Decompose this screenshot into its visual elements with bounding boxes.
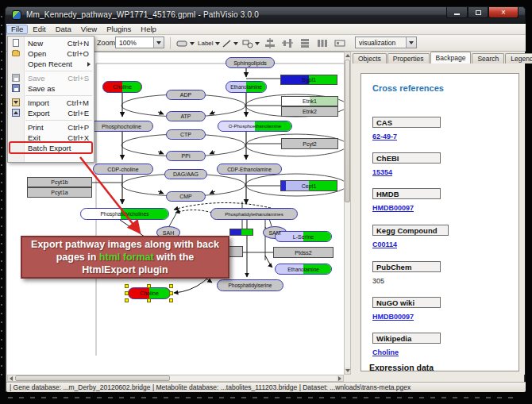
node-cmp[interactable]: CMP — [166, 191, 206, 202]
menu-item-new[interactable]: NewCtrl+N — [8, 38, 94, 48]
node-sgpl1[interactable]: Sgpl1 — [280, 75, 337, 85]
node-ethanolamine[interactable]: Ethanolamine — [226, 81, 267, 93]
node-choline-selected[interactable]: Choline — [128, 287, 171, 299]
stack-vertical-button[interactable] — [314, 37, 330, 50]
node-pemt-genebox[interactable] — [229, 229, 253, 236]
node-ethanolamine-2[interactable]: Ethanolamine — [275, 264, 332, 275]
canvas-horizontal-scrollbar[interactable] — [7, 375, 344, 382]
stack-horizontal-button[interactable] — [297, 37, 313, 50]
tab-legend[interactable]: Legend — [505, 53, 532, 63]
screenshot-stage: Mm_Kennedy_pathway_WP1771_45176.gpml - P… — [0, 0, 532, 404]
node-atp[interactable]: ATP — [166, 111, 206, 121]
distribute-button[interactable] — [332, 37, 348, 50]
node-pcyt2[interactable]: Pcyt2 — [281, 138, 338, 149]
align-middle-button[interactable] — [279, 37, 295, 50]
node-o-phosphoethanolamine[interactable]: O-Phosphoethanolamine — [218, 121, 292, 132]
zoom-combobox[interactable]: 100% — [115, 37, 164, 48]
link-cas-id[interactable]: 62-49-7 — [372, 133, 397, 140]
node-ptdss2[interactable]: Ptdss2 — [273, 247, 333, 258]
link-chebi-id[interactable]: 15354 — [372, 168, 392, 176]
menu-item-open[interactable]: OpenCtrl+O — [8, 48, 94, 59]
node-phosphocholine[interactable]: Phosphocholine — [90, 121, 153, 132]
tab-objects[interactable]: Objects — [353, 53, 387, 63]
tab-properties[interactable]: Properties — [387, 53, 430, 63]
menu-item-export[interactable]: ExportCtrl+E — [8, 108, 94, 118]
menu-help[interactable]: Help — [136, 25, 161, 34]
node-l-serine[interactable]: L-Serine — [275, 231, 332, 242]
node-pcyt1a[interactable]: Pcyt1a — [27, 187, 92, 198]
maximize-button[interactable] — [468, 7, 488, 18]
node-cdp-ethanolamine[interactable]: CDP-Ethanolamine — [217, 164, 282, 175]
node-cdp-choline[interactable]: CDP-choline — [93, 164, 153, 175]
selection-handle[interactable] — [125, 298, 129, 302]
cross-references-heading: Cross references — [372, 83, 444, 93]
node-etnk1[interactable]: Etnk1 — [281, 96, 338, 106]
node-etnk2[interactable]: Etnk2 — [281, 106, 338, 117]
node-adp[interactable]: ADP — [166, 90, 206, 100]
node-dag-aag[interactable]: DAG/AAG — [164, 169, 207, 179]
menu-separator — [25, 95, 92, 96]
link-hmdb-id[interactable]: HMDB00097 — [372, 204, 414, 212]
menu-item-save-as[interactable]: Save as — [8, 83, 94, 94]
minimize-button[interactable] — [446, 7, 468, 18]
selection-handle[interactable] — [169, 284, 173, 288]
save-icon — [11, 74, 21, 83]
node-ptdss1-genebox[interactable] — [227, 246, 243, 257]
selection-handle[interactable] — [147, 284, 151, 288]
panel-tab-row: Objects Properties Backpage Search Legen… — [353, 52, 532, 63]
menu-item-open-recent[interactable]: Open Recent — [8, 59, 94, 69]
datanode-tool-button[interactable] — [174, 37, 197, 50]
triangle-down-icon — [345, 369, 350, 372]
tab-backpage[interactable]: Backpage — [430, 52, 472, 63]
vertical-scroll-thumb[interactable] — [345, 60, 350, 202]
screenshot-edge-noise — [8, 397, 516, 398]
canvas-vertical-scrollbar[interactable] — [344, 52, 351, 375]
menu-item-save[interactable]: SaveCtrl+S — [8, 73, 94, 83]
node-phosphatidylserine[interactable]: Phosphatidylserine — [217, 279, 283, 291]
selection-handle[interactable] — [147, 298, 151, 302]
scroll-up-arrow[interactable] — [345, 52, 350, 59]
scroll-right-arrow[interactable] — [337, 375, 343, 381]
menu-edit[interactable]: Edit — [28, 25, 50, 34]
node-phosphatidylethanolamines[interactable]: Phosphatidylethanolamines — [210, 208, 298, 220]
menu-item-import[interactable]: ImportCtrl+M — [8, 98, 94, 108]
link-wikipedia-id[interactable]: Choline — [372, 348, 399, 356]
node-ppi[interactable]: PPi — [166, 151, 206, 161]
line-tool-button[interactable] — [219, 37, 241, 50]
chevron-down-icon — [156, 41, 161, 44]
link-kegg-id[interactable]: C00114 — [372, 240, 397, 248]
menu-data[interactable]: Data — [51, 25, 76, 34]
scroll-left-arrow[interactable] — [8, 375, 14, 381]
horizontal-scroll-thumb[interactable] — [15, 375, 170, 381]
menu-item-print[interactable]: PrintCtrl+P — [8, 122, 94, 133]
tab-search[interactable]: Search — [472, 53, 504, 63]
menu-item-exit[interactable]: ExitCtrl+X — [8, 133, 94, 143]
selection-handle[interactable] — [169, 291, 173, 295]
label-tool-button[interactable]: Label — [195, 37, 222, 50]
align-center-button[interactable] — [262, 37, 278, 50]
node-choline[interactable]: Choline — [102, 81, 142, 93]
menu-plugins[interactable]: Plugins — [102, 25, 136, 34]
selection-handle[interactable] — [169, 298, 173, 302]
selection-handle[interactable] — [125, 291, 129, 295]
triangle-right-icon — [338, 376, 341, 381]
node-sphingolipids[interactable]: Sphingolipids — [226, 57, 275, 68]
zoom-dropdown-button[interactable] — [153, 37, 164, 48]
link-nugo-id[interactable]: HMDB00097 — [372, 313, 414, 321]
visualization-combobox[interactable]: visualization — [355, 37, 417, 48]
screenshot-edge-noise — [1, 16, 2, 381]
node-ctp[interactable]: CTP — [166, 129, 206, 140]
node-pcyt1b[interactable]: Pcyt1b — [27, 177, 92, 187]
visualization-dropdown-button[interactable] — [406, 37, 416, 48]
selection-handle[interactable] — [125, 284, 129, 288]
scroll-down-arrow[interactable] — [345, 367, 350, 374]
file-menu-dropdown: NewCtrl+N OpenCtrl+O Open Recent SaveCtr… — [7, 36, 94, 163]
menu-view[interactable]: View — [76, 25, 102, 34]
shape-tool-button[interactable] — [240, 37, 262, 50]
menu-item-batch-export[interactable]: Batch Export — [8, 143, 94, 153]
callout-line1: Export pathway images along with back — [31, 238, 219, 251]
menu-file[interactable]: File — [6, 25, 28, 34]
node-cept1[interactable]: Cept1 — [280, 180, 337, 191]
node-phosphatidylcholines[interactable]: Phosphatidylcholines — [80, 208, 169, 220]
close-button[interactable]: × — [488, 7, 519, 18]
